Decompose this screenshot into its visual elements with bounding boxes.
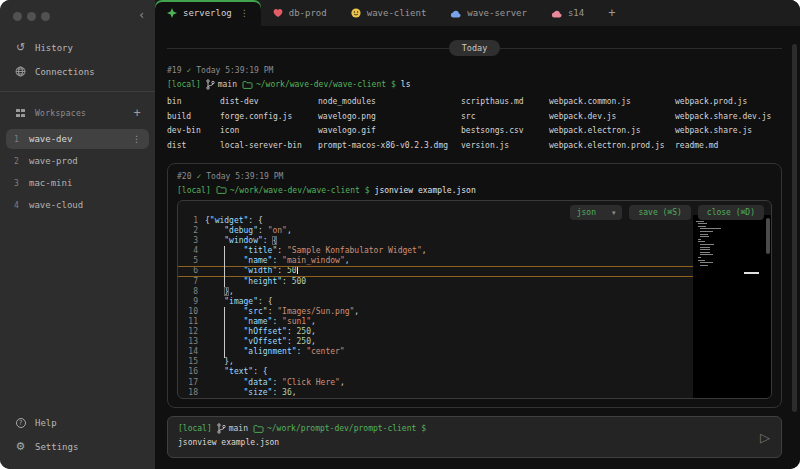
sidebar-footer: ? Help ⚙ Settings bbox=[0, 412, 155, 469]
file-name: webpack.dev.js bbox=[549, 110, 675, 125]
viewer-toolbar: json ▾ save (⌘S) close (⌘D) bbox=[570, 205, 764, 220]
code-line: 7 "height": 500 bbox=[178, 277, 693, 287]
code-text: }, bbox=[205, 287, 234, 297]
line-number: 4 bbox=[178, 246, 198, 256]
sidebar-item-mac-mini[interactable]: 3mac-mini bbox=[6, 173, 149, 193]
cwd: ~/work/wave-dev/wave-client bbox=[216, 185, 360, 195]
workspace-menu-icon[interactable]: ⋮ bbox=[132, 134, 141, 144]
sidebar-item-wave-cloud[interactable]: 4wave-cloud bbox=[6, 195, 149, 215]
cwd: ~/work/prompt-dev/prompt-client bbox=[253, 424, 416, 434]
chevron-down-icon: ▾ bbox=[612, 209, 616, 217]
git-branch-icon bbox=[206, 79, 215, 90]
mode-select-value: json bbox=[577, 208, 596, 217]
line-number: 10 bbox=[178, 307, 198, 317]
code-line: 12 "hOffset": 250, bbox=[178, 327, 693, 337]
send-icon[interactable]: ▷ bbox=[760, 430, 770, 445]
code-line: 14 "alignment": "center" bbox=[178, 347, 693, 357]
folder-icon bbox=[253, 424, 264, 434]
tab-db-prod[interactable]: db-prod bbox=[261, 0, 339, 26]
code-line: 9 "image": { bbox=[178, 297, 693, 307]
code-line: 10 "src": "Images/Sun.png", bbox=[178, 307, 693, 317]
file-name: bin bbox=[167, 95, 220, 110]
tab-label: s14 bbox=[568, 8, 584, 18]
terminal-history[interactable]: Today #19 ✓ Today 5:39:19 PM [local]main… bbox=[155, 26, 800, 469]
success-check-icon: ✓ bbox=[186, 66, 191, 75]
code-line: 5 "name": "main_window", bbox=[178, 256, 693, 266]
prompt-host: [local] bbox=[178, 424, 212, 433]
command-block-19: #19 ✓ Today 5:39:19 PM [local]main~/work… bbox=[167, 66, 782, 153]
sidebar-item-help[interactable]: ? Help bbox=[0, 412, 155, 434]
editor-scrollbar[interactable] bbox=[766, 218, 770, 254]
sidebar-item-history[interactable]: ↺ History bbox=[0, 35, 155, 60]
line-number: 16 bbox=[178, 367, 198, 377]
line-number: 3 bbox=[178, 236, 198, 246]
file-name: node_modules bbox=[318, 95, 461, 110]
indent-guide bbox=[224, 307, 225, 358]
tab-serverlog[interactable]: serverlog⋮ bbox=[155, 0, 261, 26]
file-name: webpack.share.js bbox=[675, 124, 782, 139]
git-branch-icon bbox=[217, 423, 226, 434]
scrollbar-thumb[interactable] bbox=[792, 44, 797, 412]
window-controls bbox=[0, 0, 155, 21]
minimap-line bbox=[700, 236, 709, 237]
file-name: wavelogo.gif bbox=[318, 124, 461, 139]
code-text: "size": 36, bbox=[205, 388, 297, 398]
line-number: 13 bbox=[178, 337, 198, 347]
mode-select[interactable]: json ▾ bbox=[570, 205, 623, 220]
json-editor[interactable]: json ▾ save (⌘S) close (⌘D) 1{"widget": … bbox=[177, 200, 772, 399]
tab-s14[interactable]: s14 bbox=[539, 0, 596, 26]
save-button[interactable]: save (⌘S) bbox=[629, 205, 690, 220]
sidebar-item-settings[interactable]: ⚙ Settings bbox=[0, 434, 155, 459]
code-line: 16 "text": { bbox=[178, 367, 693, 377]
new-tab-button[interactable]: + bbox=[596, 0, 627, 26]
prompt-host: [local] bbox=[177, 186, 211, 195]
line-number: 5 bbox=[178, 256, 198, 266]
line-number: 15 bbox=[178, 357, 198, 367]
file-name: scripthaus.md bbox=[461, 95, 549, 110]
tab-label: wave-server bbox=[467, 8, 527, 18]
tab-wave-client[interactable]: wave-client bbox=[339, 0, 439, 26]
traffic-light-zoom[interactable] bbox=[41, 12, 50, 21]
tab-wave-server[interactable]: wave-server bbox=[438, 0, 539, 26]
prompt-char: $ bbox=[391, 80, 396, 89]
folder-icon bbox=[216, 185, 227, 195]
file-name: prompt-macos-x86-v0.2.3.dmg bbox=[318, 139, 461, 154]
minimap-line bbox=[698, 257, 701, 258]
code-line: 17 "data": "Click Here", bbox=[178, 378, 693, 388]
code-text: "image": { bbox=[205, 297, 272, 307]
workspace-name: wave-dev bbox=[29, 134, 72, 144]
code-area[interactable]: 1{"widget": {2 "debug": "on",3 "window":… bbox=[178, 216, 693, 398]
workspaces-header: Workspaces + bbox=[0, 100, 155, 127]
cwd-path: ~/work/wave-dev/wave-client bbox=[256, 80, 386, 89]
add-workspace-button[interactable]: + bbox=[133, 106, 141, 120]
sidebar-item-wave-dev[interactable]: 1wave-dev⋮ bbox=[6, 129, 149, 149]
close-button[interactable]: close (⌘D) bbox=[698, 205, 764, 220]
minimap-line bbox=[698, 223, 707, 224]
sidebar-item-connections[interactable]: Connections bbox=[0, 60, 155, 83]
tab-bar: serverlog⋮db-prodwave-clientwave-servers… bbox=[155, 0, 800, 26]
line-number: 14 bbox=[178, 347, 198, 357]
code-line: 2 "debug": "on", bbox=[178, 226, 693, 236]
sidebar-item-wave-prod[interactable]: 2wave-prod bbox=[6, 151, 149, 171]
file-name: dev-bin bbox=[167, 124, 220, 139]
tab-menu-icon[interactable]: ⋮ bbox=[240, 8, 249, 18]
block-header: #19 ✓ Today 5:39:19 PM bbox=[167, 66, 782, 75]
traffic-light-close[interactable] bbox=[13, 12, 22, 21]
workspace-index: 2 bbox=[14, 157, 22, 166]
block-timestamp: Today 5:39:19 PM bbox=[196, 66, 273, 75]
command-input[interactable]: [local]main~/work/prompt-dev/prompt-clie… bbox=[167, 416, 782, 458]
command-input-text[interactable]: jsonview example.json bbox=[178, 438, 771, 447]
code-line: 13 "vOffset": 250, bbox=[178, 337, 693, 347]
workspace-name: wave-cloud bbox=[29, 200, 83, 210]
minimap-line bbox=[700, 252, 710, 253]
sidebar-collapse-icon[interactable]: ‹ bbox=[139, 8, 144, 22]
ls-output: bindist-devnode_modulesscripthaus.mdwebp… bbox=[167, 95, 782, 153]
star-icon bbox=[167, 8, 177, 18]
file-name: bestsongs.csv bbox=[461, 124, 549, 139]
workspace-index: 4 bbox=[14, 201, 22, 210]
traffic-light-minimize[interactable] bbox=[27, 12, 36, 21]
git-branch: main bbox=[217, 423, 248, 434]
minimap[interactable] bbox=[693, 215, 771, 398]
history-label: History bbox=[35, 43, 73, 53]
line-number: 18 bbox=[178, 388, 198, 398]
